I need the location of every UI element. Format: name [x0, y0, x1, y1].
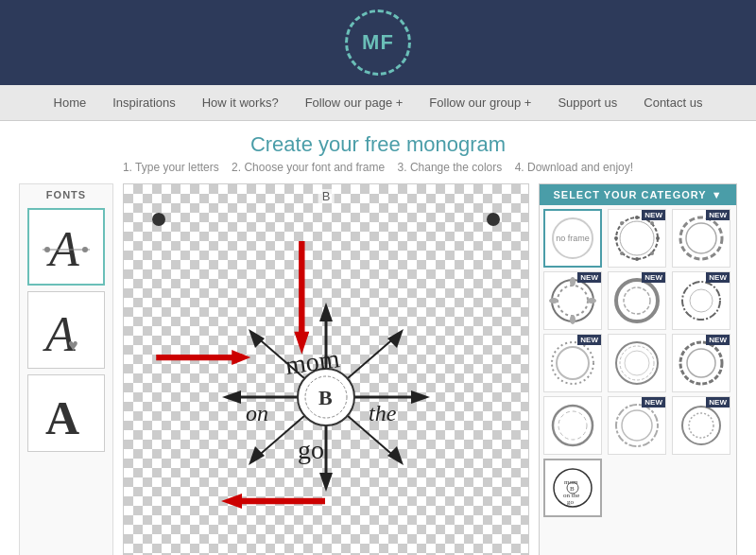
- svg-point-27: [620, 221, 654, 255]
- frame-svg-3: [548, 276, 597, 325]
- svg-point-47: [690, 289, 713, 312]
- frame-svg-11: [677, 401, 726, 450]
- frame-grid: no frame NEW: [540, 205, 736, 521]
- frame-svg-9: [548, 401, 597, 450]
- svg-marker-14: [249, 329, 265, 348]
- frame-svg-6: [548, 338, 597, 388]
- nav-home[interactable]: Home: [54, 95, 87, 110]
- svg-point-32: [620, 221, 624, 225]
- svg-point-41: [570, 315, 576, 324]
- nav-follow-page[interactable]: Follow our page +: [305, 95, 404, 110]
- frame-svg-2: [677, 214, 726, 263]
- svg-point-56: [558, 411, 587, 440]
- svg-point-40: [570, 277, 576, 286]
- svg-point-29: [635, 257, 639, 261]
- frame-cell-3[interactable]: NEW: [543, 271, 602, 330]
- frame-cell-noframe[interactable]: no frame: [543, 209, 602, 268]
- svg-point-37: [686, 223, 716, 253]
- new-badge: NEW: [706, 210, 730, 220]
- frame-cell-10[interactable]: NEW: [608, 396, 666, 455]
- frame-cell-6[interactable]: NEW: [543, 334, 602, 392]
- canvas-area[interactable]: B: [123, 183, 529, 555]
- svg-point-49: [557, 347, 589, 379]
- svg-text:go: go: [567, 498, 575, 506]
- frame-cell-11[interactable]: NEW: [672, 396, 730, 455]
- nav-how-it-works[interactable]: How it works?: [202, 95, 279, 110]
- nav-contact[interactable]: Contact us: [644, 95, 702, 110]
- svg-point-42: [549, 298, 558, 304]
- new-badge: NEW: [577, 272, 601, 283]
- svg-point-3: [82, 247, 88, 252]
- step4: 4. Download and enjoy!: [515, 161, 633, 174]
- frame-cell-2[interactable]: NEW: [672, 209, 730, 268]
- step3: 3. Change the colors: [398, 161, 503, 174]
- nav-follow-group[interactable]: Follow our group +: [429, 95, 531, 110]
- page-title: Create your free monogram: [19, 132, 737, 157]
- arrow-left-indicator: [221, 494, 325, 509]
- frame-svg-1: [612, 214, 662, 263]
- frame-cell-8[interactable]: NEW: [672, 334, 730, 392]
- svg-text:go: go: [298, 435, 324, 464]
- fonts-label: FONTS: [46, 189, 86, 200]
- new-badge: NEW: [706, 397, 730, 408]
- frame-cell-1[interactable]: NEW: [608, 209, 666, 268]
- fonts-panel: FONTS A A ♥ A: [19, 183, 113, 555]
- nav-inspirations[interactable]: Inspirations: [112, 95, 175, 110]
- svg-marker-9: [319, 473, 333, 492]
- svg-text:♥: ♥: [68, 336, 78, 355]
- canvas-handle-tr[interactable]: [487, 213, 500, 226]
- no-frame-option: no frame: [552, 217, 593, 259]
- chevron-down-icon: ▼: [712, 189, 723, 200]
- new-badge: NEW: [706, 335, 730, 345]
- frame-svg-preview: mom B on the go: [548, 463, 597, 512]
- font-glyph-svg-3: A: [38, 383, 94, 444]
- new-badge: NEW: [642, 272, 665, 283]
- steps-guide: 1. Type your letters 2. Choose your font…: [19, 161, 737, 174]
- svg-point-44: [616, 280, 658, 321]
- frame-cell-9[interactable]: [543, 396, 602, 455]
- frame-panel: SELECT YOUR CATEGORY ▼ no frame NEW: [539, 183, 737, 555]
- monogram-display: B mom on the go: [194, 274, 458, 520]
- canvas-handle-tl[interactable]: [152, 213, 165, 226]
- header: MF: [0, 0, 756, 85]
- svg-point-54: [687, 349, 715, 377]
- svg-marker-17: [387, 329, 404, 348]
- svg-text:B: B: [318, 386, 333, 409]
- svg-point-35: [650, 251, 654, 255]
- main-content: Create your free monogram 1. Type your l…: [0, 121, 756, 555]
- svg-text:the: the: [369, 401, 397, 425]
- content-row: FONTS A A ♥ A: [19, 183, 737, 555]
- font-item-2[interactable]: A ♥: [27, 291, 105, 369]
- svg-text:A: A: [45, 391, 79, 444]
- font-item-3[interactable]: A: [27, 374, 105, 452]
- svg-point-34: [620, 251, 624, 255]
- nav-support[interactable]: Support us: [558, 95, 617, 110]
- svg-point-43: [587, 298, 596, 304]
- svg-marker-18: [249, 446, 265, 465]
- frame-cell-5[interactable]: NEW: [672, 271, 730, 330]
- frame-panel-header[interactable]: SELECT YOUR CATEGORY ▼: [540, 184, 736, 205]
- svg-marker-8: [319, 303, 333, 321]
- font-glyph-svg-2: A ♥: [38, 300, 94, 361]
- frame-cell-preview[interactable]: mom B on the go: [543, 459, 602, 517]
- frame-header-label: SELECT YOUR CATEGORY: [553, 189, 706, 200]
- frame-svg-5: [677, 276, 726, 325]
- svg-point-45: [624, 287, 650, 314]
- frame-svg-8: [677, 338, 726, 388]
- svg-marker-15: [387, 446, 404, 465]
- svg-point-2: [44, 247, 50, 252]
- frame-cell-4[interactable]: NEW: [608, 271, 666, 330]
- frame-svg-7: [612, 338, 662, 388]
- canvas-label: B: [318, 189, 335, 203]
- svg-point-52: [625, 351, 649, 375]
- svg-point-59: [682, 407, 720, 444]
- new-badge: NEW: [706, 272, 730, 283]
- new-badge: NEW: [642, 210, 665, 220]
- svg-marker-12: [411, 390, 430, 404]
- font-item-1[interactable]: A: [27, 208, 105, 286]
- font-glyph-svg-1: A: [38, 217, 94, 278]
- frame-cell-7[interactable]: [608, 334, 666, 392]
- svg-point-60: [689, 413, 713, 438]
- step2: 2. Choose your font and frame: [232, 161, 385, 174]
- svg-point-30: [614, 236, 618, 240]
